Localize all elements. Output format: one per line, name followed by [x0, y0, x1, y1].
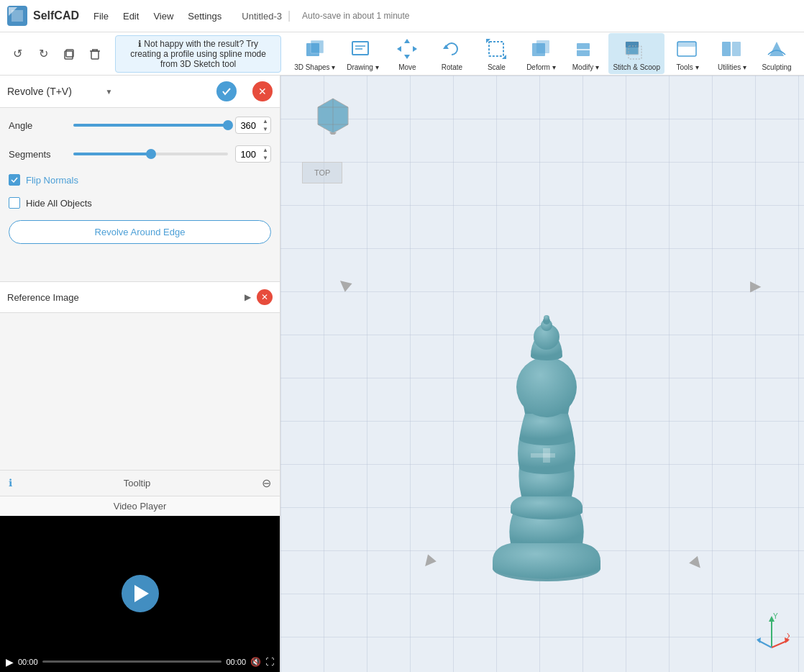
- copy-button[interactable]: [58, 42, 81, 65]
- undo-redo-group: ↺ ↻: [6, 42, 106, 65]
- svg-rect-5: [91, 51, 99, 59]
- menu-file[interactable]: File: [88, 8, 114, 24]
- deform-label: Deform ▾: [526, 63, 556, 71]
- move-label: Move: [398, 63, 416, 71]
- left-panel: Revolve (T+V) ▼ ✕ Angle 360: [0, 76, 280, 672]
- angle-label: Angle: [9, 120, 66, 131]
- tool-3d-shapes[interactable]: 3D Shapes ▾: [290, 33, 339, 74]
- play-triangle-icon: [134, 585, 149, 602]
- menu-view[interactable]: View: [147, 8, 179, 24]
- nav-cube-icon: [316, 97, 350, 135]
- deform-icon: [528, 36, 554, 62]
- angle-track[interactable]: [73, 124, 228, 127]
- top-label-text: TOP: [314, 168, 330, 177]
- tool-move[interactable]: Move: [385, 33, 429, 74]
- delete-button[interactable]: [83, 42, 106, 65]
- svg-rect-12: [352, 42, 368, 55]
- utilities-icon: [719, 36, 745, 62]
- move-icon: [394, 36, 420, 62]
- sculpting-icon: [764, 36, 790, 62]
- segments-track[interactable]: [73, 153, 228, 155]
- redo-button[interactable]: ↻: [32, 42, 55, 65]
- flip-normals-label[interactable]: Flip Normals: [26, 175, 78, 186]
- trash-icon: [88, 47, 101, 60]
- svg-marker-17: [397, 46, 401, 52]
- confirm-button[interactable]: [216, 81, 237, 101]
- doc-separator: |: [288, 9, 291, 22]
- svg-marker-56: [757, 637, 761, 643]
- video-time-total: 00:00: [226, 658, 246, 666]
- svg-rect-11: [311, 40, 324, 53]
- video-fullscreen-button[interactable]: ⛶: [265, 657, 274, 667]
- svg-marker-15: [404, 39, 410, 43]
- panel-title: Revolve (T+V): [7, 86, 100, 97]
- tool-rotate[interactable]: Rotate: [430, 33, 473, 74]
- flip-normals-checkbox[interactable]: [9, 174, 20, 186]
- panel-dropdown-arrow[interactable]: ▼: [106, 88, 113, 96]
- check-icon: [221, 86, 232, 96]
- video-progress-bar[interactable]: [42, 660, 222, 663]
- reference-image-label: Reference Image: [7, 292, 245, 303]
- video-player-label: Video Player: [0, 496, 280, 516]
- revolve-edge-button[interactable]: Revolve Around Edge: [9, 220, 271, 244]
- rotate-icon: [439, 36, 465, 62]
- tool-utilities[interactable]: Utilities ▾: [711, 33, 754, 74]
- segments-arrows: ▲ ▼: [260, 146, 270, 162]
- angle-up-arrow[interactable]: ▲: [260, 117, 270, 125]
- segments-value[interactable]: 100: [236, 147, 260, 161]
- angle-thumb[interactable]: [223, 120, 233, 130]
- angle-value[interactable]: 360: [236, 119, 260, 132]
- tooltip-collapse-button[interactable]: ⊖: [262, 476, 271, 490]
- svg-point-43: [516, 357, 577, 417]
- panel-body: Angle 360 ▲ ▼ Segments: [0, 108, 280, 281]
- angle-down-arrow[interactable]: ▼: [260, 125, 270, 133]
- tool-drawing[interactable]: Drawing ▾: [341, 33, 384, 74]
- tool-stitch[interactable]: Stitch & Scoop: [608, 33, 664, 74]
- tool-sculpting[interactable]: Sculpting: [755, 33, 798, 74]
- menu-settings[interactable]: Settings: [182, 8, 227, 24]
- scale-icon: [483, 36, 509, 62]
- drawing-icon: [350, 36, 375, 62]
- tool-tools[interactable]: Tools ▾: [666, 33, 709, 74]
- main-toolbar: ↺ ↻ ℹ Not happy with the result? Try cre…: [0, 32, 804, 76]
- segments-up-arrow[interactable]: ▲: [260, 146, 270, 154]
- svg-rect-28: [626, 42, 639, 47]
- top-view-label[interactable]: TOP: [302, 162, 342, 183]
- canvas-area[interactable]: TOP ▶ ▶ ▶ ▶: [280, 76, 804, 672]
- rotate-label: Rotate: [442, 63, 462, 71]
- svg-rect-31: [677, 42, 696, 47]
- document-name: Untitled-3: [242, 11, 282, 22]
- hide-all-checkbox[interactable]: [9, 197, 20, 209]
- reference-close-button[interactable]: ✕: [257, 289, 273, 305]
- svg-marker-18: [413, 46, 417, 52]
- tooltip-area: ℹ Tooltip ⊖: [0, 470, 280, 496]
- hide-all-label[interactable]: Hide All Objects: [26, 198, 92, 209]
- reference-image-section[interactable]: Reference Image ▶ ✕: [0, 281, 280, 313]
- nav-widget[interactable]: [316, 97, 350, 137]
- info-banner: ℹ Not happy with the result? Try creatin…: [115, 35, 281, 73]
- panel-close-button[interactable]: ✕: [252, 81, 273, 101]
- tool-deform[interactable]: Deform ▾: [519, 33, 562, 74]
- svg-text:X: X: [787, 632, 790, 640]
- segments-label: Segments: [9, 149, 66, 160]
- menu-edit[interactable]: Edit: [117, 8, 145, 24]
- autosave-status: Auto-save in about 1 minute: [302, 11, 409, 21]
- svg-rect-24: [536, 40, 549, 53]
- modify-icon: [572, 36, 598, 62]
- tool-modify[interactable]: Modify ▾: [564, 33, 607, 74]
- segments-fill: [73, 153, 151, 155]
- undo-button[interactable]: ↺: [6, 42, 29, 65]
- angle-arrows: ▲ ▼: [260, 117, 270, 133]
- stitch-icon: [623, 36, 649, 62]
- tools-label: Tools ▾: [676, 63, 698, 71]
- reference-expand-icon[interactable]: ▶: [245, 292, 251, 302]
- segments-thumb[interactable]: [146, 149, 156, 159]
- shapes-icon: [302, 36, 328, 62]
- segments-down-arrow[interactable]: ▼: [260, 154, 270, 162]
- video-mute-button[interactable]: 🔇: [250, 657, 261, 667]
- play-button-large[interactable]: [122, 575, 159, 612]
- tool-scale[interactable]: Scale: [475, 33, 518, 74]
- menu-bar: SelfCAD File Edit View Settings Untitled…: [0, 0, 804, 32]
- video-play-button[interactable]: ▶: [6, 656, 14, 668]
- close-icon: ✕: [258, 86, 267, 97]
